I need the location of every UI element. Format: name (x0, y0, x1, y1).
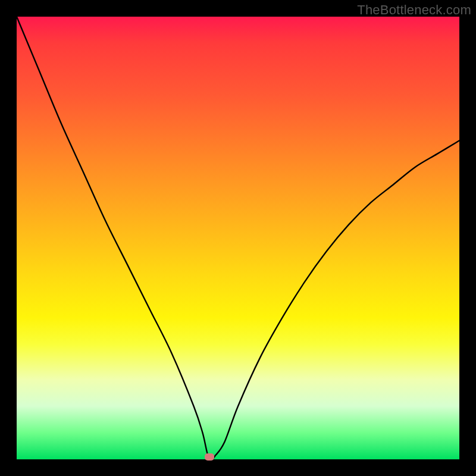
curve-svg (17, 17, 459, 459)
bottleneck-curve (17, 17, 459, 461)
optimum-marker (205, 453, 214, 461)
watermark-text: TheBottleneck.com (357, 2, 471, 18)
